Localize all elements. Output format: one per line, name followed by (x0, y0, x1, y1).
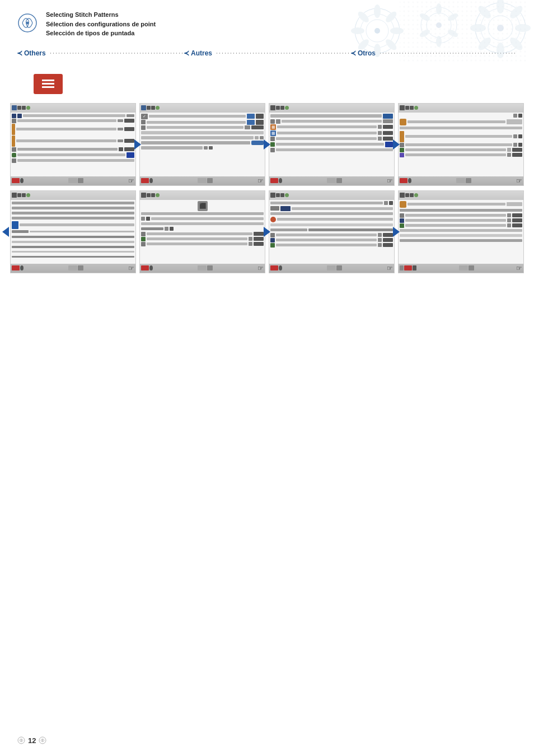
cursor-hand-5: ☞ (128, 265, 134, 272)
svg-point-4 (366, 20, 388, 42)
svg-point-17 (436, 3, 442, 15)
svg-point-18 (447, 12, 459, 22)
section-header-otros: ≺ Otros (350, 49, 517, 57)
section-arrow-others: ≺ (17, 49, 22, 57)
cursor-hand-6: ☞ (257, 265, 264, 272)
screenshot-1: ☞ (10, 103, 136, 186)
svg-point-3 (360, 14, 394, 48)
screenshot-7: ☞ (269, 190, 395, 273)
svg-point-21 (419, 28, 431, 39)
page-number: 12 (28, 736, 36, 745)
arrow-right-7 (393, 227, 400, 237)
screenshot-4: ☞ (398, 103, 524, 186)
arrow-right-3 (393, 139, 400, 150)
section-dots-otros (379, 53, 517, 54)
svg-point-7 (384, 10, 398, 24)
section-headers: ≺ Others ≺ Autres ≺ Otros (0, 44, 534, 60)
svg-point-40 (18, 737, 25, 744)
section-dots-others (49, 53, 184, 54)
header-title-en: Selecting Stitch Patterns (46, 10, 156, 20)
header-titles: Selecting Stitch Patterns Sélection des … (46, 10, 156, 38)
screenshots-section: ☞ ✓ (0, 103, 534, 273)
section-arrow-otros: ≺ (350, 49, 356, 57)
screenshot-5-wrap: ☞ (10, 190, 136, 273)
screenshot-2-wrap: ✓ ☞ (139, 103, 265, 186)
section-label-others: ≺ Others (17, 49, 46, 57)
cursor-hand-7: ☞ (387, 265, 393, 272)
screenshot-8-wrap: ☞ (398, 190, 524, 273)
svg-point-25 (488, 16, 513, 40)
svg-point-19 (447, 28, 459, 39)
svg-point-6 (374, 4, 381, 18)
list-icon (42, 79, 54, 89)
page-footer: 12 (17, 736, 47, 745)
section-header-autres: ≺ Autres (184, 49, 350, 57)
section-arrow-autres: ≺ (184, 49, 189, 57)
cursor-hand-4: ☞ (516, 178, 522, 184)
page-header: Selecting Stitch Patterns Sélection des … (0, 0, 534, 44)
screenshots-row-2: ☞ ⬛ (10, 190, 524, 273)
svg-point-14 (421, 7, 457, 43)
svg-point-24 (481, 8, 520, 48)
svg-point-13 (357, 10, 371, 24)
cursor-hand-1: ☞ (128, 178, 134, 184)
svg-point-34 (476, 4, 493, 21)
brand-logo (17, 12, 38, 34)
svg-point-22 (419, 12, 431, 22)
svg-point-1 (26, 22, 29, 25)
screenshot-6-wrap: ⬛ (139, 190, 265, 273)
screenshot-7-wrap: ☞ (269, 190, 395, 273)
svg-point-12 (351, 27, 364, 34)
screenshot-2: ✓ ☞ (139, 103, 265, 186)
arrow-right-1 (134, 139, 141, 150)
screenshot-1-wrap: ☞ (10, 103, 136, 186)
cursor-hand-2: ☞ (257, 178, 264, 184)
screenshot-3: ▦ ▦ ☞ (269, 103, 395, 186)
arrow-right-6 (264, 227, 270, 237)
section-dots-autres (216, 53, 350, 54)
svg-point-33 (470, 24, 486, 32)
svg-point-16 (436, 22, 442, 28)
svg-point-27 (496, 0, 504, 13)
header-title-fr: Sélection des configurations de point (46, 20, 156, 29)
arrow-left-5 (2, 227, 9, 237)
svg-point-28 (508, 4, 524, 21)
svg-point-41 (39, 737, 46, 744)
svg-point-5 (374, 28, 380, 34)
section-header-others: ≺ Others (17, 49, 184, 57)
svg-rect-39 (42, 86, 54, 88)
page-icon-left (17, 736, 26, 745)
page-icon-right (38, 736, 47, 745)
svg-rect-37 (42, 80, 54, 81)
list-view-button[interactable] (34, 74, 63, 94)
screenshot-6: ⬛ (139, 190, 265, 273)
screenshot-5: ☞ (10, 190, 136, 273)
svg-point-26 (497, 25, 504, 31)
header-title-es: Selección de tipos de puntada (46, 29, 156, 38)
arrow-right-2 (264, 139, 270, 150)
svg-point-29 (515, 24, 531, 32)
cursor-hand-8: ☞ (516, 265, 522, 272)
svg-point-8 (390, 27, 404, 34)
svg-point-15 (427, 13, 451, 38)
svg-rect-38 (42, 83, 54, 85)
screenshot-4-wrap: ☞ (398, 103, 524, 186)
screenshots-row-1: ☞ ✓ (10, 103, 524, 186)
screenshot-3-wrap: ▦ ▦ ☞ (269, 103, 395, 186)
screenshot-8: ☞ (398, 190, 524, 273)
cursor-hand-3: ☞ (387, 178, 393, 184)
section-label-autres: ≺ Autres (184, 49, 212, 57)
section-label-otros: ≺ Otros (350, 49, 376, 57)
